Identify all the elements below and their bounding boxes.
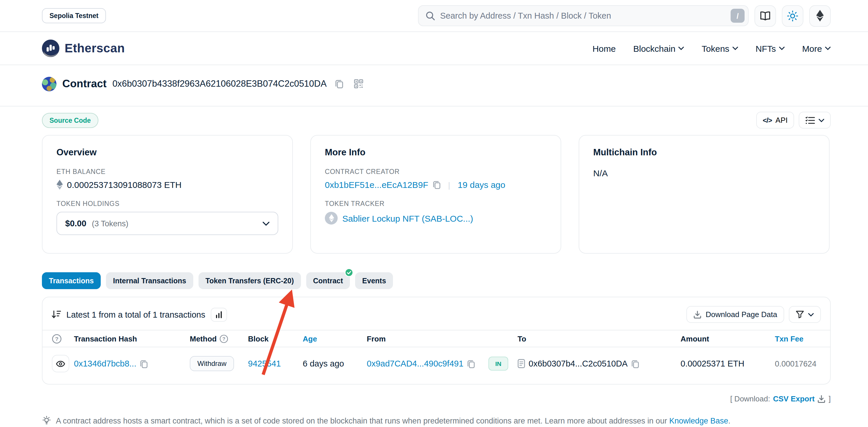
separator: | [448, 180, 450, 189]
eth-balance-label: ETH BALANCE [57, 168, 278, 175]
copy-tx-hash-icon[interactable] [140, 359, 148, 368]
block-link[interactable]: 9425541 [248, 359, 281, 368]
creator-address-link[interactable]: 0xb1bEF51e...eEcA12B9F [325, 180, 428, 190]
lightbulb-icon [42, 416, 51, 425]
token-tracker-label: TOKEN TRACKER [325, 200, 547, 207]
search-input[interactable] [440, 11, 726, 20]
multichain-info-card: Multichain Info N/A [579, 135, 830, 254]
card-title: More Info [325, 147, 547, 158]
header-actions: </> API [756, 112, 831, 129]
from-address-link[interactable]: 0x9ad7CAD4...490c9f491 [367, 359, 463, 368]
csv-download-icon[interactable] [818, 395, 826, 403]
qr-code-icon[interactable] [354, 79, 363, 89]
col-to: To [518, 334, 681, 343]
col-amount: Amount [681, 334, 775, 343]
knowledge-base-link[interactable]: Knowledge Base [669, 416, 728, 425]
table-summary-group: Latest 1 from a total of 1 transactions [52, 307, 227, 321]
chevron-down-icon [825, 46, 831, 50]
nav-menu: Home Blockchain Tokens NFTs More [592, 43, 831, 53]
to-address: 0x6b0307b4...C2c0510DA [529, 359, 627, 368]
card-title: Overview [57, 147, 278, 158]
footer-note: A contract address hosts a smart contrac… [42, 416, 831, 425]
token-holdings-label: TOKEN HOLDINGS [57, 200, 278, 207]
docs-button[interactable] [754, 5, 776, 27]
nav-item-home[interactable]: Home [592, 43, 616, 53]
download-suffix: ] [829, 394, 831, 403]
chevron-down-icon [808, 313, 814, 316]
theme-toggle-button[interactable] [782, 5, 803, 27]
chevron-down-icon [262, 221, 270, 225]
token-tracker-link[interactable]: Sablier Lockup NFT (SAB-LOC...) [342, 213, 473, 223]
chart-view-button[interactable] [211, 307, 227, 321]
eth-balance-value: 0.000253713091088073 ETH [57, 180, 278, 190]
eth-glyph-icon [57, 180, 63, 190]
header-divider [0, 106, 868, 106]
chevron-down-icon [818, 119, 824, 122]
table-header-row: ? Transaction Hash Method ? Block Age Fr… [42, 330, 830, 347]
copy-to-icon[interactable] [631, 359, 639, 368]
etherscan-page: Sepolia Testnet / [0, 0, 868, 427]
csv-export-link[interactable]: CSV Export [773, 394, 815, 403]
checklist-dropdown-button[interactable] [799, 112, 831, 129]
chevron-down-icon [679, 46, 684, 50]
tx-hash-link[interactable]: 0x1346d7bcb8... [74, 359, 136, 368]
api-button[interactable]: </> API [756, 112, 794, 129]
footer-period: . [728, 416, 731, 425]
preview-tx-button[interactable] [52, 355, 69, 372]
tab-internal-transactions[interactable]: Internal Transactions [106, 272, 193, 289]
contract-header: Contract 0x6b0307b4338f2963A62106028E3B0… [42, 75, 831, 93]
nav-item-nfts[interactable]: NFTs [756, 43, 785, 53]
tab-contract[interactable]: Contract [306, 272, 350, 289]
bar-chart-icon [215, 311, 222, 318]
download-page-data-button[interactable]: Download Page Data [686, 306, 784, 323]
search-bar[interactable]: / [418, 5, 749, 26]
sun-icon [787, 10, 798, 21]
creation-time-link[interactable]: 19 days ago [458, 180, 505, 190]
tab-contract-label: Contract [313, 276, 343, 285]
source-code-badge[interactable]: Source Code [42, 112, 98, 128]
overview-card: Overview ETH BALANCE 0.00025371309108807… [42, 135, 293, 254]
footer-description: A contract address hosts a smart contrac… [56, 416, 667, 425]
top-bar: Sepolia Testnet / [0, 0, 868, 32]
badges-row: Source Code </> API [42, 112, 831, 129]
nav-item-blockchain[interactable]: Blockchain [633, 43, 684, 53]
copy-from-icon[interactable] [467, 359, 475, 368]
eth-diamond-icon [816, 10, 824, 22]
info-cards: Overview ETH BALANCE 0.00025371309108807… [42, 135, 831, 254]
footer-text: A contract address hosts a smart contrac… [56, 416, 730, 425]
nav-item-more[interactable]: More [802, 43, 831, 53]
sort-descending-icon [52, 310, 61, 319]
col-transaction-hash: Transaction Hash [74, 334, 190, 343]
nav-item-label: NFTs [756, 43, 776, 53]
age-cell: 6 days ago [303, 359, 367, 368]
filter-dropdown-button[interactable] [789, 306, 821, 323]
api-button-label: API [775, 116, 788, 125]
copy-creator-icon[interactable] [432, 180, 440, 189]
eye-icon [56, 360, 65, 367]
tab-events[interactable]: Events [355, 272, 393, 289]
network-switch-button[interactable] [809, 5, 831, 27]
funnel-icon [796, 310, 804, 318]
token-holdings-dropdown[interactable]: $0.00 (3 Tokens) [57, 212, 278, 235]
tab-transactions[interactable]: Transactions [42, 272, 101, 289]
etherscan-logo[interactable]: Etherscan [42, 39, 125, 57]
tab-token-transfers[interactable]: Token Transfers (ERC-20) [198, 272, 301, 289]
copy-address-icon[interactable] [335, 79, 343, 89]
col-age-toggle[interactable]: Age [303, 334, 367, 343]
transactions-card: Latest 1 from a total of 1 transactions … [42, 297, 831, 385]
page-title: Contract [62, 77, 106, 90]
token-tracker-line: Sablier Lockup NFT (SAB-LOC...) [325, 212, 547, 225]
col-block: Block [248, 334, 303, 343]
tab-bar: Transactions Internal Transactions Token… [42, 272, 831, 289]
nav-item-tokens[interactable]: Tokens [702, 43, 738, 53]
col-txn-fee-toggle[interactable]: Txn Fee [775, 334, 821, 343]
network-badge[interactable]: Sepolia Testnet [42, 8, 106, 23]
help-circle-icon[interactable]: ? [52, 334, 62, 343]
nav-item-label: Tokens [702, 43, 730, 53]
contract-creator-label: CONTRACT CREATOR [325, 168, 547, 175]
col-method-label: Method [190, 334, 217, 343]
svg-text:?: ? [222, 336, 225, 341]
topbar-right-group: / [418, 5, 831, 27]
nav-item-label: Home [592, 43, 616, 53]
help-circle-icon[interactable]: ? [219, 334, 228, 343]
